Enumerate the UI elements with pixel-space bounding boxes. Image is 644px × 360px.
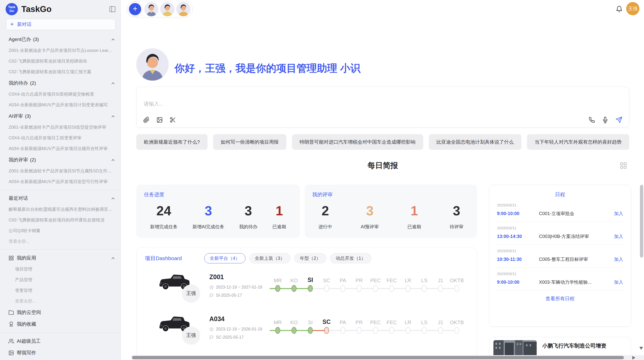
suggestion-chip[interactable]: 当下年轻人对汽车外观有怎样的喜好趋势 [527,134,629,150]
app-link-item[interactable]: 产品管理 [0,275,121,285]
new-chat-label: 新对话 [17,21,32,28]
app-logo-text-top: Task [8,5,16,9]
sidebar-tool-item[interactable]: 帮我写作 [0,347,121,359]
dashboard-tab[interactable]: 动总开发（1） [330,253,371,263]
new-session-button[interactable]: + [128,2,142,17]
dashboard-tab[interactable]: 全新上装（3） [249,253,290,263]
sidebar-item[interactable]: Z001-全新燃油皮卡产品开发项目SI节点Lesson Learn报告 [0,45,121,56]
project-row[interactable]: 王强 A034 2023-12-19 ~ 2026-01-19 SC-2025-… [137,312,477,354]
view-all-schedule-link[interactable]: 查看所有日程 [489,291,631,307]
recent-chat-item[interactable]: 公司Q3轻卡销量 [0,226,121,236]
sidebar-section-recent[interactable]: 最近对话 [0,192,121,204]
phone-icon[interactable] [589,117,595,123]
project-code: Z001 [209,273,224,281]
send-icon[interactable] [616,116,622,123]
sidebar-item[interactable]: C02-飞腾新能源轻客改款项目里程碑画布 [0,56,121,67]
new-chat-button[interactable]: + 新对话 [6,19,115,30]
schedule-event: 2025/03/11 13:00-14:30 C003|H0B-方案冻结评审 加… [497,222,623,245]
session-avatar-1[interactable] [144,2,158,16]
view-all-apps-link[interactable]: 查看全部... [0,296,121,307]
sidebar-collapse-icon[interactable] [109,6,116,13]
microphone-icon[interactable] [602,117,608,123]
scroll-down-arrow[interactable] [639,347,643,350]
suggestion-chip[interactable]: 特朗普可能对进口汽车增税会对中国车企造成哪些影响 [292,134,423,150]
stat-value: 1 [411,204,418,218]
chat-input[interactable] [143,91,622,116]
stat-label: 已逾期 [407,224,421,230]
horizontal-scrollbar-thumb[interactable] [132,356,624,359]
stat-label: 已逾期 [272,224,286,230]
dashboard-tab[interactable]: 年型（2） [294,253,326,263]
sidebar-section-header[interactable]: 我的待办 (2) [0,77,121,89]
sidebar-item-my-apps[interactable]: 我的应用 [0,252,121,264]
project-row[interactable]: 王强 Z001 2023-12-19 ~ 2027-01-19 SI-2025-… [137,270,477,312]
stat-item: 3 待评审 [450,204,463,230]
sidebar-item[interactable]: A034-全新新能源MUV产品开发项目法规符合性评审 [0,143,121,154]
stat-item: 2 进行中 [318,204,332,230]
sidebar-item[interactable]: C0X4-动力总成开发项目SI里程碑提交物检查 [0,89,121,100]
flag-icon [209,335,214,340]
sidebar-item[interactable]: Z001-全新燃油轻卡产品开发项目SI节点属性5D文件评审 [0,166,121,176]
sidebar-section-header[interactable]: 我的评审 (2) [0,154,121,166]
row-label: AI超级员工 [17,338,41,344]
recent-chat-item[interactable]: 解释最新出台的欧盟报废车法规再生塑料比例被调至15%... [0,204,121,215]
user-avatar[interactable]: 王强 [626,2,639,15]
sidebar-section-header[interactable]: Agent已办 (3) [0,34,121,45]
app-link-item[interactable]: 变更管理 [0,285,121,296]
people-icon [8,338,14,344]
vertical-scrollbar-thumb[interactable] [640,185,643,258]
event-date: 2025/03/11 [497,272,623,276]
stat-item: 24 新增完成任务 [150,204,178,230]
join-link[interactable]: 加入 [614,256,623,262]
sidebar-item[interactable]: A034-全新新能源MUV产品开发项目计划变更表编写 [0,100,121,110]
scissors-icon[interactable] [170,117,176,123]
session-avatar-3[interactable] [176,2,191,16]
milestone-label: PEC [367,274,384,283]
join-link[interactable]: 加入 [614,279,623,285]
sidebar-item-favorites[interactable]: 我的收藏 [0,318,121,330]
milestone-dot [324,327,329,334]
suggestion-chip[interactable]: 比亚迪全固态电池计划具体说了什么 [429,134,521,150]
join-link[interactable]: 加入 [614,211,623,217]
chevron-up-icon [111,81,115,86]
sidebar-item[interactable]: C0X4-动力总成开发项目工程变更评审 [0,133,121,143]
milestone-dot [422,327,427,334]
app-link-item[interactable]: 项目管理 [0,264,121,275]
dashboard-tab[interactable]: 全新平台（4） [204,253,245,263]
paperclip-icon[interactable] [143,117,150,123]
suggestion-chip[interactable]: 欧洲新规最近颁布了什么? [136,134,208,150]
milestone-label: PEC [367,316,384,325]
suggestion-chip[interactable]: 如何写一份清晰的项目周报 [213,134,286,150]
sidebar-tool-item[interactable]: AI超级员工 [0,335,121,347]
notification-bell-icon[interactable] [616,6,623,12]
app-window: Task Go TaskGo + 新对话 Agent已办 (3)Z001-全新燃… [0,0,644,360]
section-count: (3) [25,113,31,119]
sidebar-tool-item[interactable]: 创意制图 [0,359,121,360]
join-link[interactable]: 加入 [614,233,623,239]
sidebar-item[interactable]: C02-飞腾新能源轻客改款项目立项汇报方案 [0,67,121,77]
sidebar-item[interactable]: A034-全新新能源MUV产品开发项目造型可行性评审 [0,176,121,187]
view-all-chats-link[interactable]: 查看全部... [0,236,121,247]
session-avatar-2[interactable] [160,2,174,16]
image-upload-icon[interactable] [156,117,163,123]
section-label: AI评审 [9,113,23,119]
sidebar-item[interactable]: Z001-全新燃油轻卡产品开发项目SI造型提交物评审 [0,122,121,133]
milestone-label: PR [351,316,367,325]
voice-tools [589,116,622,123]
project-dates: 2023-12-19 ~ 2026-01-19 [209,327,262,332]
scroll-right-arrow[interactable] [632,356,635,359]
stat-value: 3 [366,204,373,218]
row-label: 帮我写作 [17,350,36,356]
layout-grid-icon[interactable] [620,162,627,169]
app-logo-text-bottom: Go [9,9,14,13]
news-title: 小鹏飞行汽车制造公司增资 [542,342,623,349]
milestone-label: KO [286,316,302,325]
event-time: 9:00-10:00 [497,211,539,216]
chevron-up-icon [111,37,115,42]
task-progress-card: 任务进度 24 新增完成任务 3 新增AI完成任务 3 我的待办 1 已逾期 [136,185,300,238]
divider [0,190,121,190]
sidebar-section-header[interactable]: AI评审 (3) [0,110,121,122]
recent-chat-item[interactable]: C02-飞腾新能源轻客改款项目的闭环通告反馈情况 [0,215,121,226]
sidebar-item-cloud-space[interactable]: 我的云空间 [0,307,121,318]
project-code: A034 [209,315,225,323]
